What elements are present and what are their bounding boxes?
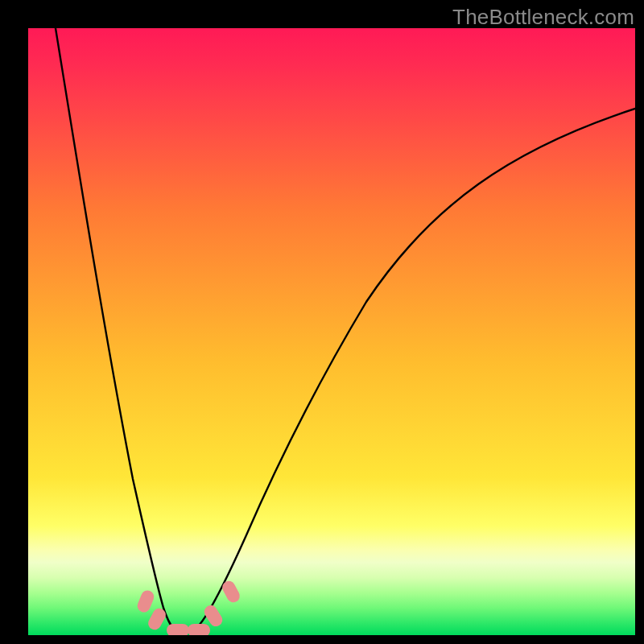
- curve-marker: [167, 624, 189, 635]
- chart-plot-area: [28, 28, 635, 635]
- watermark-text: TheBottleneck.com: [452, 5, 634, 30]
- chart-svg: [28, 28, 635, 635]
- chart-background: [28, 28, 635, 635]
- chart-frame: TheBottleneck.com: [0, 0, 644, 644]
- curve-marker: [188, 624, 210, 635]
